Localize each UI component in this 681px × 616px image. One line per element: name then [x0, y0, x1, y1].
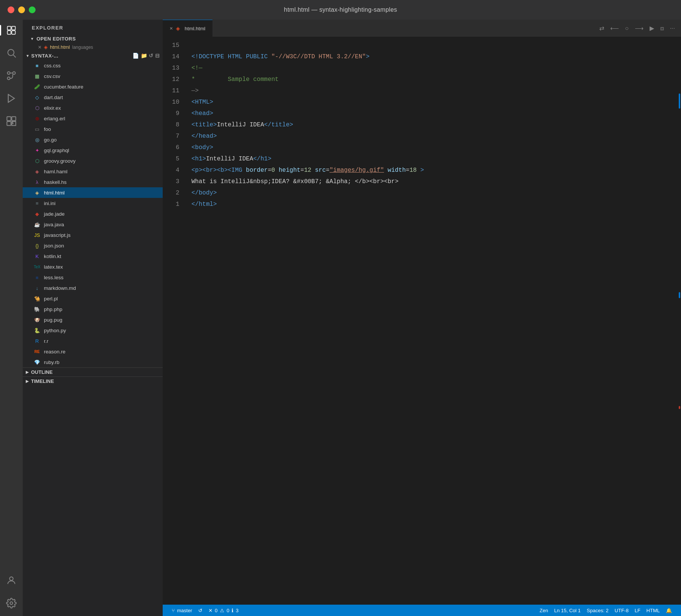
svg-point-4	[8, 50, 14, 56]
file-item-html[interactable]: ◈ html.html	[23, 187, 163, 198]
collapse-icon[interactable]: ⊟	[155, 53, 160, 59]
file-item-ruby[interactable]: 💎 ruby.rb	[23, 357, 163, 367]
activity-extensions[interactable]	[5, 114, 18, 128]
scroll-marker-1	[679, 93, 680, 109]
mode-label: Zen	[540, 608, 548, 613]
file-item-go[interactable]: ◎ go.go	[23, 134, 163, 145]
file-item-dart[interactable]: ◇ dart.dart	[23, 92, 163, 103]
activity-explorer[interactable]	[5, 23, 18, 37]
status-mode[interactable]: Zen	[536, 608, 551, 613]
file-item-csv[interactable]: ▦ csv.csv	[23, 71, 163, 81]
folder-header[interactable]: ▼ SYNTAX-... 📄 📁 ↺ ⊟	[23, 51, 163, 60]
file-item-cucumber[interactable]: 🥒 cucumber.feature	[23, 81, 163, 92]
code-line-10: <HTML>	[191, 96, 674, 108]
timeline-chevron: ▶	[26, 379, 29, 383]
file-name-graphql: gql.graphql	[44, 148, 69, 153]
file-item-kotlin[interactable]: K kotlin.kt	[23, 251, 163, 261]
tab-close-icon[interactable]: ✕	[169, 26, 173, 31]
file-item-json[interactable]: {} json.json	[23, 240, 163, 251]
file-item-css[interactable]: ■ css.css	[23, 60, 163, 71]
file-item-perl[interactable]: 🐪 perl.pl	[23, 293, 163, 304]
ini-icon: ≡	[33, 199, 41, 207]
activity-search[interactable]	[5, 46, 18, 60]
status-spaces[interactable]: Spaces: 2	[584, 608, 612, 613]
code-editor[interactable]: 15 14 13 12 11 10 9 8 7 6 5 4 3 2 1 <!	[163, 37, 681, 605]
file-name-perl: perl.pl	[44, 296, 58, 302]
file-item-haskell[interactable]: λ haskell.hs	[23, 177, 163, 187]
branch-name: master	[177, 608, 192, 613]
minimize-button[interactable]	[18, 6, 25, 13]
maximize-button[interactable]	[29, 6, 36, 13]
git-branch-icon: ⑂	[172, 608, 175, 613]
file-item-graphql[interactable]: ✦ gql.graphql	[23, 145, 163, 156]
sync-icon: ↺	[198, 608, 202, 613]
file-name-r: r.r	[44, 338, 48, 344]
file-item-pug[interactable]: 🐶 pug.pug	[23, 314, 163, 325]
file-item-erlang[interactable]: ⊛ erlang.erl	[23, 113, 163, 124]
file-item-php[interactable]: 🐘 php.php	[23, 304, 163, 314]
status-sync[interactable]: ↺	[195, 608, 205, 613]
file-item-elixir[interactable]: ⬡ elixir.ex	[23, 103, 163, 113]
java-icon: ☕	[33, 221, 41, 228]
activity-settings[interactable]	[5, 596, 18, 610]
file-item-ini[interactable]: ≡ ini.ini	[23, 198, 163, 208]
svg-rect-12	[12, 117, 16, 121]
file-name-reason: reason.re	[44, 349, 65, 355]
status-language[interactable]: HTML	[644, 608, 663, 613]
title-bar: html.html — syntax-highlighting-samples	[0, 0, 681, 20]
status-encoding[interactable]: UTF-8	[612, 608, 632, 613]
file-item-groovy[interactable]: ⬡ groovy.groovy	[23, 156, 163, 166]
file-name-haskell: haskell.hs	[44, 179, 67, 185]
scroll-marker-2	[679, 292, 680, 298]
editor-extra: languages	[72, 45, 93, 50]
editor-close-icon[interactable]: ✕	[38, 45, 42, 50]
svg-point-7	[13, 72, 16, 75]
diff-icon[interactable]: ⇄	[599, 25, 604, 32]
open-editor-item[interactable]: ✕ ◈ html.html languages	[23, 43, 163, 51]
status-position[interactable]: Ln 15, Col 1	[551, 608, 584, 613]
code-line-7: </head>	[191, 131, 674, 142]
file-item-java[interactable]: ☕ java.java	[23, 219, 163, 230]
go-forward-icon[interactable]: ⟶	[635, 25, 644, 32]
file-item-latex[interactable]: TeX latex.tex	[23, 261, 163, 272]
status-errors[interactable]: ✕ 0 ⚠ 0 ℹ 3	[205, 608, 242, 613]
code-line-1: </html>	[191, 199, 674, 210]
status-branch[interactable]: ⑂ master	[169, 608, 195, 613]
file-item-foo[interactable]: ▭ foo	[23, 124, 163, 134]
activity-account[interactable]	[5, 574, 18, 587]
outline-section[interactable]: ▶ OUTLINE	[23, 367, 163, 376]
status-notifications[interactable]: 🔔	[663, 608, 675, 613]
activity-source-control[interactable]	[5, 69, 18, 82]
haml-icon: ◈	[33, 168, 41, 175]
r-icon: R	[33, 337, 41, 345]
file-item-haml[interactable]: ◈ haml.haml	[23, 166, 163, 177]
file-item-r[interactable]: R r.r	[23, 336, 163, 346]
tab-html[interactable]: ✕ ◈ html.html	[163, 20, 213, 37]
scroll-track[interactable]	[674, 37, 681, 605]
go-back-icon[interactable]: ⟵	[610, 25, 619, 32]
line-numbers: 15 14 13 12 11 10 9 8 7 6 5 4 3 2 1	[163, 37, 185, 605]
timeline-section[interactable]: ▶ TIMELINE	[23, 376, 163, 386]
svg-point-15	[10, 602, 13, 605]
open-editors-header[interactable]: ▼ OPEN EDITORS	[23, 34, 163, 43]
outline-label: OUTLINE	[31, 369, 53, 375]
file-item-js[interactable]: JS javascript.js	[23, 230, 163, 240]
close-button[interactable]	[8, 6, 14, 13]
run-file-icon[interactable]: ▶	[650, 25, 654, 32]
refresh-icon[interactable]: ↺	[149, 53, 154, 59]
file-item-python[interactable]: 🐍 python.py	[23, 325, 163, 336]
file-name-ruby: ruby.rb	[44, 359, 59, 365]
split-editor-icon[interactable]: ⧈	[660, 25, 664, 32]
status-line-ending[interactable]: LF	[631, 608, 643, 613]
file-item-less[interactable]: ■ less.less	[23, 272, 163, 283]
code-content[interactable]: <!DOCTYPE HTML PUBLIC "-//W3C//DTD HTML …	[185, 37, 674, 605]
new-file-icon[interactable]: 📄	[132, 53, 139, 59]
new-folder-icon[interactable]: 📁	[141, 53, 148, 59]
activity-run[interactable]	[5, 92, 18, 105]
file-item-markdown[interactable]: ↓ markdown.md	[23, 283, 163, 293]
more-actions-icon[interactable]: ···	[670, 25, 675, 32]
file-item-reason[interactable]: RE reason.re	[23, 346, 163, 357]
file-name-markdown: markdown.md	[44, 285, 76, 291]
sidebar-title: EXPLORER	[23, 20, 163, 34]
file-item-jade[interactable]: ◆ jade.jade	[23, 208, 163, 219]
